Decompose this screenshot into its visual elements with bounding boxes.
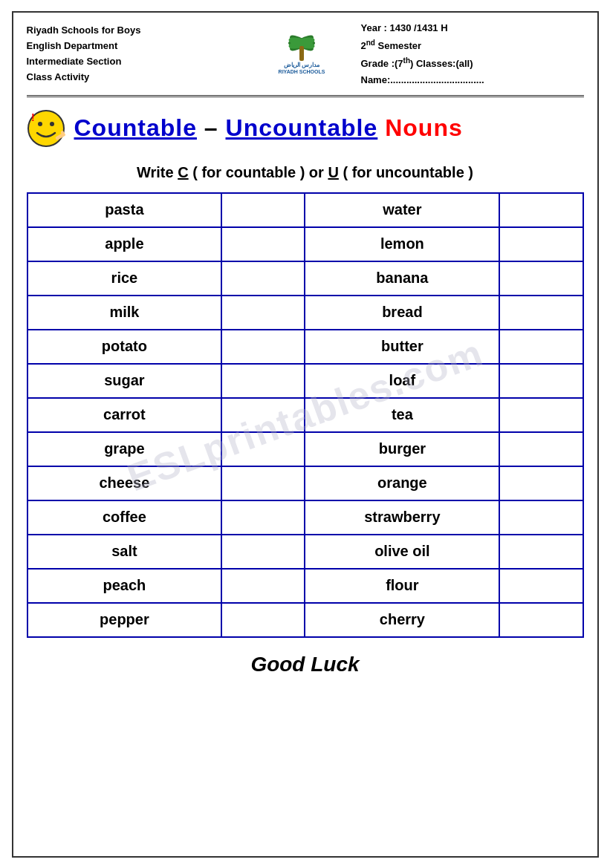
logo-svg: مدارس الرياض RIYADH SCHOOLS bbox=[261, 34, 343, 75]
right-word: bread bbox=[305, 296, 499, 330]
right-word: burger bbox=[305, 432, 499, 466]
left-word: salt bbox=[27, 535, 222, 569]
section: Intermediate Section bbox=[27, 54, 250, 70]
title-nouns: Nouns bbox=[377, 114, 462, 141]
header: Riyadh Schools for Boys English Departme… bbox=[27, 20, 584, 97]
table-row: carrot tea bbox=[27, 398, 583, 432]
left-word: pepper bbox=[27, 603, 222, 637]
left-answer[interactable] bbox=[221, 330, 305, 364]
right-word: orange bbox=[305, 466, 499, 500]
svg-rect-5 bbox=[299, 46, 304, 61]
left-word: rice bbox=[27, 261, 222, 296]
right-word: tea bbox=[305, 398, 499, 432]
right-answer[interactable] bbox=[499, 500, 583, 535]
left-answer[interactable] bbox=[221, 500, 305, 535]
right-answer[interactable] bbox=[499, 569, 583, 603]
right-answer[interactable] bbox=[499, 296, 583, 330]
svg-text:!: ! bbox=[31, 111, 35, 123]
right-answer[interactable] bbox=[499, 432, 583, 466]
left-answer[interactable] bbox=[221, 227, 305, 261]
school-logo: مدارس الرياض RIYADH SCHOOLS bbox=[257, 34, 346, 75]
name-field: Name:................................... bbox=[361, 72, 584, 88]
title-countable: Countable bbox=[74, 114, 197, 141]
left-answer[interactable] bbox=[221, 466, 305, 500]
right-word: banana bbox=[305, 261, 499, 296]
left-word: sugar bbox=[27, 364, 222, 398]
right-answer[interactable] bbox=[499, 535, 583, 569]
left-word: apple bbox=[27, 227, 222, 261]
table-wrapper: ESLprintables.com pasta water apple lemo… bbox=[27, 192, 584, 638]
table-row: grape burger bbox=[27, 432, 583, 466]
left-answer[interactable] bbox=[221, 603, 305, 637]
left-word: peach bbox=[27, 569, 222, 603]
left-answer[interactable] bbox=[221, 569, 305, 603]
table-row: salt olive oil bbox=[27, 535, 583, 569]
department: English Department bbox=[27, 39, 250, 54]
table-row: coffee strawberry bbox=[27, 500, 583, 535]
right-answer[interactable] bbox=[499, 398, 583, 432]
right-answer[interactable] bbox=[499, 261, 583, 296]
left-answer[interactable] bbox=[221, 261, 305, 296]
table-row: apple lemon bbox=[27, 227, 583, 261]
right-answer[interactable] bbox=[499, 330, 583, 364]
table-row: peach flour bbox=[27, 569, 583, 603]
right-answer[interactable] bbox=[499, 193, 583, 227]
table-row: pasta water bbox=[27, 193, 583, 227]
left-answer[interactable] bbox=[221, 432, 305, 466]
right-word: lemon bbox=[305, 227, 499, 261]
svg-text:مدارس الرياض: مدارس الرياض bbox=[283, 62, 319, 68]
left-word: milk bbox=[27, 296, 222, 330]
left-answer[interactable] bbox=[221, 364, 305, 398]
table-row: milk bread bbox=[27, 296, 583, 330]
table-row: pepper cherry bbox=[27, 603, 583, 637]
left-word: cheese bbox=[27, 466, 222, 500]
svg-text:RIYADH SCHOOLS: RIYADH SCHOOLS bbox=[278, 69, 325, 74]
left-answer[interactable] bbox=[221, 535, 305, 569]
left-answer[interactable] bbox=[221, 193, 305, 227]
table-row: sugar loaf bbox=[27, 364, 583, 398]
right-answer[interactable] bbox=[499, 603, 583, 637]
right-word: flour bbox=[305, 569, 499, 603]
school-name: Riyadh Schools for Boys bbox=[27, 23, 250, 39]
right-word: butter bbox=[305, 330, 499, 364]
right-answer[interactable] bbox=[499, 227, 583, 261]
svg-point-10 bbox=[50, 122, 54, 126]
grade: Grade :(7th) Classes:(all) bbox=[361, 54, 584, 72]
header-left: Riyadh Schools for Boys English Departme… bbox=[27, 23, 250, 85]
table-row: cheese orange bbox=[27, 466, 583, 500]
smiley-icon: ! bbox=[27, 109, 65, 148]
right-word: cherry bbox=[305, 603, 499, 637]
right-word: loaf bbox=[305, 364, 499, 398]
left-word: grape bbox=[27, 432, 222, 466]
right-answer[interactable] bbox=[499, 364, 583, 398]
right-answer[interactable] bbox=[499, 466, 583, 500]
table-row: rice banana bbox=[27, 261, 583, 296]
page: Riyadh Schools for Boys English Departme… bbox=[12, 11, 599, 858]
good-luck: Good Luck bbox=[27, 645, 584, 680]
right-word: water bbox=[305, 193, 499, 227]
header-right: Year : 1430 /1431 H 2nd Semester Grade :… bbox=[354, 20, 584, 89]
activity-type: Class Activity bbox=[27, 70, 250, 85]
svg-point-9 bbox=[38, 122, 42, 126]
vocab-table: pasta water apple lemon rice banana milk… bbox=[27, 192, 584, 638]
left-word: coffee bbox=[27, 500, 222, 535]
table-row: potato butter bbox=[27, 330, 583, 364]
semester: 2nd Semester bbox=[361, 36, 584, 54]
right-word: olive oil bbox=[305, 535, 499, 569]
instruction: Write C ( for countable ) or U ( for unc… bbox=[27, 157, 584, 185]
page-title: Countable – Uncountable Nouns bbox=[74, 114, 463, 142]
title-uncountable: Uncountable bbox=[226, 114, 378, 141]
title-section: ! Countable – Uncountable Nouns bbox=[27, 105, 584, 149]
year: Year : 1430 /1431 H bbox=[361, 20, 584, 36]
left-answer[interactable] bbox=[221, 398, 305, 432]
left-word: potato bbox=[27, 330, 222, 364]
left-word: carrot bbox=[27, 398, 222, 432]
left-answer[interactable] bbox=[221, 296, 305, 330]
left-word: pasta bbox=[27, 193, 222, 227]
right-word: strawberry bbox=[305, 500, 499, 535]
